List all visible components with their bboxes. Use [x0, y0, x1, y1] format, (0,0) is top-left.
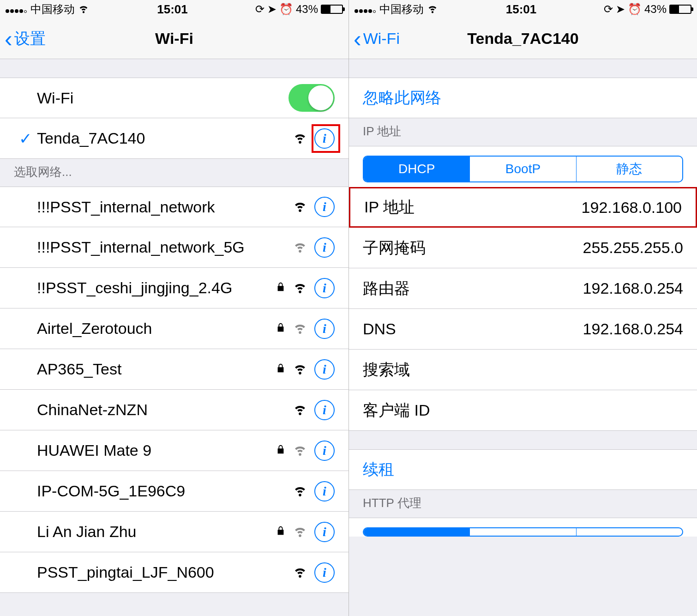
- router-value: 192.168.0.254: [583, 279, 683, 297]
- battery-pct: 43%: [296, 3, 318, 16]
- signal-dots-icon: [355, 3, 377, 16]
- info-icon[interactable]: i: [314, 562, 335, 583]
- info-icon[interactable]: i: [314, 319, 335, 339]
- renew-lease-row[interactable]: 续租: [349, 449, 697, 490]
- network-row[interactable]: PSST_pingtai_LJF_N600 i: [0, 552, 348, 593]
- ip-address-row[interactable]: IP 地址 192.168.0.100: [349, 187, 697, 228]
- network-row[interactable]: Airtel_Zerotouch i: [0, 308, 348, 349]
- back-button[interactable]: ‹ Wi-Fi: [354, 30, 400, 48]
- network-name: Li An Jian Zhu: [37, 523, 276, 541]
- network-name: PSST_pingtai_LJF_N600: [37, 563, 292, 581]
- network-name: !!!PSST_internal_network_5G: [37, 238, 292, 256]
- wifi-signal-icon: [292, 360, 308, 379]
- wifi-list-screen: 中国移动 15:01 ⟳ ➤ ⏰ 43% ‹ 设置 Wi-Fi Wi-Fi ✓ …: [0, 0, 348, 616]
- lock-icon: [276, 360, 286, 378]
- forget-network-label: 忽略此网络: [363, 87, 683, 109]
- lock-icon: [276, 279, 286, 297]
- forget-network-row[interactable]: 忽略此网络: [349, 78, 697, 118]
- network-row[interactable]: !!!PSST_internal_network_5G i: [0, 227, 348, 268]
- clock: 15:01: [506, 2, 537, 17]
- subnet-mask-label: 子网掩码: [363, 237, 583, 259]
- seg-dhcp[interactable]: DHCP: [364, 157, 469, 181]
- checkmark-icon: ✓: [19, 129, 32, 148]
- wifi-detail-screen: 中国移动 15:01 ⟳ ➤ ⏰ 43% ‹ Wi-Fi Tenda_7AC14…: [348, 0, 697, 616]
- page-title: Wi-Fi: [155, 30, 193, 48]
- info-icon[interactable]: i: [314, 522, 335, 542]
- wifi-status-icon: [427, 2, 439, 17]
- ip-address-label: IP 地址: [364, 197, 582, 218]
- carrier-label: 中国移动: [379, 2, 424, 17]
- network-name: AP365_Test: [37, 360, 276, 378]
- wifi-toggle-label: Wi-Fi: [37, 89, 288, 107]
- connected-network-row[interactable]: ✓ Tenda_7AC140 i: [0, 118, 348, 159]
- seg-proxy-manual[interactable]: [469, 528, 576, 536]
- wifi-switch[interactable]: [288, 84, 335, 112]
- wifi-signal-icon: [292, 319, 308, 338]
- network-row[interactable]: ChinaNet-zNZN i: [0, 390, 348, 430]
- dns-label: DNS: [363, 320, 583, 338]
- chevron-left-icon: ‹: [5, 32, 12, 46]
- back-label: Wi-Fi: [363, 30, 400, 48]
- subnet-mask-row[interactable]: 子网掩码 255.255.255.0: [349, 228, 697, 268]
- battery-icon: [669, 5, 691, 14]
- info-icon[interactable]: i: [314, 481, 335, 501]
- wifi-toggle-row[interactable]: Wi-Fi: [0, 78, 348, 118]
- search-domain-label: 搜索域: [363, 359, 683, 380]
- network-name: IP-COM-5G_1E96C9: [37, 482, 292, 500]
- network-name: Airtel_Zerotouch: [37, 320, 276, 338]
- network-row[interactable]: AP365_Test i: [0, 349, 348, 390]
- rotation-lock-icon: ⟳: [255, 3, 264, 16]
- nav-bar: ‹ Wi-Fi Tenda_7AC140: [349, 18, 697, 59]
- wifi-signal-icon: [292, 197, 308, 217]
- seg-bootp[interactable]: BootP: [469, 157, 576, 181]
- network-list: !!!PSST_internal_network i !!!PSST_inter…: [0, 187, 348, 616]
- wifi-signal-icon: [292, 238, 308, 257]
- wifi-signal-icon: [292, 400, 308, 420]
- subnet-mask-value: 255.255.255.0: [583, 239, 683, 257]
- renew-lease-label: 续租: [363, 459, 683, 480]
- wifi-signal-icon: [292, 441, 308, 460]
- router-row[interactable]: 路由器 192.168.0.254: [349, 268, 697, 309]
- clock: 15:01: [157, 2, 188, 17]
- proxy-mode-segmented[interactable]: [363, 527, 683, 537]
- wifi-signal-icon: [292, 129, 308, 148]
- info-icon[interactable]: i: [314, 237, 335, 258]
- http-proxy-header: HTTP 代理: [349, 490, 697, 518]
- info-icon[interactable]: i: [314, 359, 335, 380]
- choose-network-header: 选取网络...: [0, 159, 348, 187]
- back-label: 设置: [14, 28, 46, 49]
- wifi-signal-icon: [292, 522, 308, 542]
- chevron-left-icon: ‹: [354, 32, 361, 46]
- network-row[interactable]: !!PSST_ceshi_jingjing_2.4G i: [0, 268, 348, 308]
- battery-pct: 43%: [644, 3, 667, 16]
- info-icon[interactable]: i: [314, 128, 335, 149]
- info-icon[interactable]: i: [314, 400, 335, 420]
- location-icon: ➤: [267, 3, 276, 16]
- seg-proxy-off[interactable]: [364, 528, 469, 536]
- back-button[interactable]: ‹ 设置: [5, 28, 46, 49]
- client-id-row[interactable]: 客户端 ID: [349, 390, 697, 431]
- search-domain-row[interactable]: 搜索域: [349, 350, 697, 390]
- dns-row[interactable]: DNS 192.168.0.254: [349, 309, 697, 350]
- network-row[interactable]: !!!PSST_internal_network i: [0, 187, 348, 227]
- alarm-icon: ⏰: [628, 3, 642, 16]
- wifi-signal-icon: [292, 278, 308, 298]
- info-icon[interactable]: i: [314, 278, 335, 298]
- ip-address-value: 192.168.0.100: [582, 199, 682, 217]
- status-bar: 中国移动 15:01 ⟳ ➤ ⏰ 43%: [349, 0, 697, 18]
- battery-icon: [321, 5, 343, 14]
- client-id-label: 客户端 ID: [363, 400, 683, 421]
- location-icon: ➤: [616, 3, 625, 16]
- ip-mode-segmented[interactable]: DHCP BootP 静态: [363, 156, 683, 182]
- router-label: 路由器: [363, 278, 583, 299]
- info-icon[interactable]: i: [314, 441, 335, 461]
- wifi-status-icon: [78, 2, 90, 17]
- page-title: Tenda_7AC140: [467, 30, 578, 48]
- wifi-signal-icon: [292, 563, 308, 582]
- seg-proxy-auto[interactable]: [576, 528, 682, 536]
- network-row[interactable]: IP-COM-5G_1E96C9 i: [0, 471, 348, 512]
- info-icon[interactable]: i: [314, 197, 335, 217]
- network-row[interactable]: HUAWEI Mate 9 i: [0, 430, 348, 471]
- network-row[interactable]: Li An Jian Zhu i: [0, 512, 348, 552]
- seg-static[interactable]: 静态: [576, 157, 682, 181]
